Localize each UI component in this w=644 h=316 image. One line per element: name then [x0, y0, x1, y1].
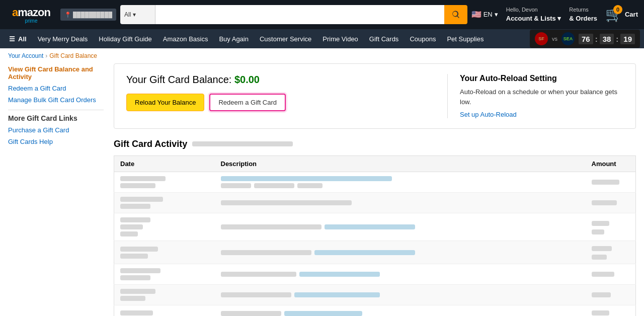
activity-header: Gift Card Activity [114, 139, 636, 149]
date-cell [114, 213, 215, 241]
orders-label: & Orders [569, 14, 597, 23]
cart[interactable]: 🛒 0 Cart [605, 6, 638, 23]
nav-item-gift-cards[interactable]: Gift Cards [364, 29, 404, 48]
activity-title: Gift Card Activity [114, 139, 187, 149]
breadcrumb-parent[interactable]: Your Account [8, 52, 43, 59]
search-category-label: All [124, 11, 131, 18]
prime-label: prime [25, 18, 37, 24]
balance-left: Your Gift Card Balance: $0.00 Reload You… [126, 74, 427, 118]
account-menu[interactable]: Hello, Devon Account & Lists ▾ [506, 6, 561, 23]
sidebar: View Gift Card Balance and Activity Rede… [8, 63, 104, 147]
score-seg-1: 76 [579, 34, 593, 44]
desc-cell [215, 213, 586, 241]
logo-text: amazon [12, 6, 50, 19]
nav-item-pet-supplies[interactable]: Pet Supplies [442, 29, 489, 48]
desc-cell [215, 172, 586, 193]
date-cell [114, 285, 215, 305]
sidebar-divider [8, 110, 104, 110]
breadcrumb: Your Account › Gift Card Balance [0, 48, 644, 63]
activity-subtitle [192, 140, 293, 148]
search-input[interactable] [155, 5, 444, 24]
nav-item-holiday-gift-guide[interactable]: Holiday Gift Guide [94, 29, 157, 48]
nav-item-amazon-basics[interactable]: Amazon Basics [158, 29, 213, 48]
date-cell [114, 193, 215, 213]
balance-buttons: Reload Your Balance Redeem a Gift Card [126, 94, 427, 111]
search-icon [451, 10, 460, 19]
team2-logo: SEA [561, 32, 575, 45]
auto-reload-desc: Auto-Reload on a schedule or when your b… [460, 87, 623, 107]
amount-cell [586, 264, 636, 285]
lang-label: EN [484, 11, 493, 18]
activity-table: Date Description Amount [114, 155, 636, 316]
table-row [114, 193, 636, 213]
main-layout: View Gift Card Balance and Activity Rede… [0, 63, 644, 316]
col-header-description: Description [215, 156, 586, 172]
nav-item-prime-video[interactable]: Prime Video [317, 29, 363, 48]
col-header-amount: Amount [586, 156, 636, 172]
search-button[interactable] [444, 5, 467, 24]
amount-cell [586, 285, 636, 305]
returns-label: Returns [569, 6, 597, 14]
table-row [114, 264, 636, 285]
date-cell [114, 241, 215, 264]
header-right: 🇺🇸 EN ▾ Hello, Devon Account & Lists ▾ R… [471, 6, 638, 23]
breadcrumb-separator: › [45, 52, 47, 59]
chevron-down-icon: ▾ [495, 11, 498, 18]
amount-cell [586, 305, 636, 317]
nav-item-coupons[interactable]: Coupons [405, 29, 441, 48]
more-gift-card-links-title: More Gift Card Links [8, 114, 104, 122]
returns-orders[interactable]: Returns & Orders [569, 6, 597, 23]
redeem-gift-card-button[interactable]: Redeem a Gift Card [209, 94, 286, 111]
search-bar: All ▾ [120, 5, 467, 24]
desc-cell [215, 241, 586, 264]
table-row [114, 285, 636, 305]
nav-item-very-merry-deals[interactable]: Very Merry Deals [33, 29, 93, 48]
date-cell [114, 172, 215, 193]
account-lists-label: Account & Lists ▾ [506, 14, 561, 23]
hello-text: Hello, Devon [506, 6, 561, 14]
hamburger-icon: ☰ [9, 35, 15, 43]
flag-icon: 🇺🇸 [471, 10, 481, 19]
col-header-date: Date [114, 156, 215, 172]
desc-cell [215, 264, 586, 285]
desc-cell [215, 285, 586, 305]
sidebar-item-purchase-gift-card[interactable]: Purchase a Gift Card [8, 124, 104, 136]
sidebar-item-gift-cards-help[interactable]: Gift Cards Help [8, 136, 104, 147]
cart-label: Cart [625, 11, 638, 18]
table-row [114, 172, 636, 193]
balance-box: Your Gift Card Balance: $0.00 Reload You… [114, 63, 636, 129]
sidebar-item-redeem[interactable]: Redeem a Gift Card [8, 83, 104, 94]
amount-cell [586, 241, 636, 264]
scoreboard: SF vs SEA 76 : 38 : 19 [530, 30, 640, 48]
sidebar-item-manage-bulk[interactable]: Manage Bulk Gift Card Orders [8, 94, 104, 106]
search-category-dropdown[interactable]: All ▾ [120, 5, 155, 24]
auto-reload-panel: Your Auto-Reload Setting Auto-Reload on … [447, 74, 623, 118]
date-cell [114, 264, 215, 285]
account-address-badge: 📍 ██████████ [60, 9, 116, 21]
score-display: 76 : 38 : 19 [579, 34, 635, 44]
table-row [114, 241, 636, 264]
balance-amount: $0.00 [234, 74, 260, 85]
content-area: Your Gift Card Balance: $0.00 Reload You… [114, 63, 636, 316]
table-row [114, 213, 636, 241]
team1-logo: SF [535, 32, 548, 45]
amount-cell [586, 172, 636, 193]
hamburger-all[interactable]: ☰ All [4, 29, 32, 48]
sidebar-item-view-balance[interactable]: View Gift Card Balance and Activity [8, 63, 104, 83]
chevron-down-icon: ▾ [133, 11, 136, 18]
auto-reload-title: Your Auto-Reload Setting [460, 74, 623, 83]
nav-item-buy-again[interactable]: Buy Again [214, 29, 254, 48]
setup-auto-reload-link[interactable]: Set up Auto-Reload [460, 111, 517, 118]
desc-cell [215, 305, 586, 317]
reload-balance-button[interactable]: Reload Your Balance [126, 94, 204, 111]
logo[interactable]: amazon prime [6, 6, 56, 24]
desc-cell [215, 193, 586, 213]
table-row [114, 305, 636, 317]
breadcrumb-current: Gift Card Balance [49, 52, 97, 59]
nav-item-customer-service[interactable]: Customer Service [255, 29, 316, 48]
language-selector[interactable]: 🇺🇸 EN ▾ [471, 10, 498, 19]
amount-cell [586, 193, 636, 213]
all-label: All [18, 35, 27, 43]
date-cell [114, 305, 215, 317]
vs-text: vs [552, 36, 557, 42]
